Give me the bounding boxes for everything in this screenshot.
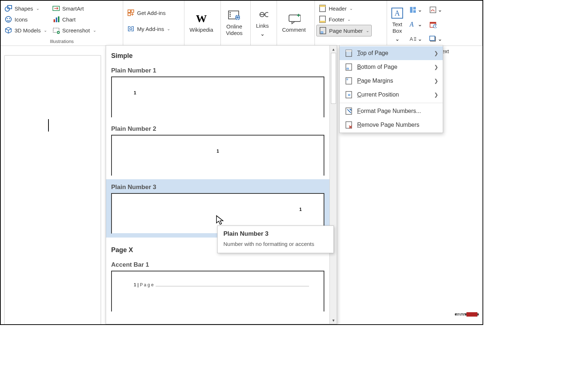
- scroll-down-button[interactable]: ▼: [330, 317, 337, 324]
- footer-button[interactable]: Footer ⌄: [316, 14, 372, 25]
- tooltip-body: Number with no formatting or accents: [223, 240, 328, 248]
- page-margins-icon: #: [345, 77, 353, 85]
- shapes-label: Shapes: [15, 5, 33, 12]
- svg-text:#: #: [347, 78, 348, 80]
- footer-label: Footer: [329, 16, 344, 23]
- icons-icon: [4, 15, 12, 23]
- tooltip-title: Plain Number 3: [223, 230, 328, 238]
- online-videos-button[interactable]: Online Videos: [222, 1, 246, 43]
- wikipedia-button[interactable]: W Wikipedia: [186, 1, 217, 43]
- get-addins-button[interactable]: Get Add-ins: [125, 7, 172, 18]
- svg-point-3: [7, 18, 8, 19]
- chevron-down-icon: ⌄: [44, 28, 47, 33]
- svg-rect-8: [58, 16, 59, 22]
- object-icon: [429, 35, 437, 43]
- menu-remove-page-numbers[interactable]: Remove Page Numbers: [340, 118, 443, 132]
- chevron-down-icon: ⌄: [438, 36, 442, 42]
- gallery-item-title: Plain Number 2: [106, 121, 329, 135]
- chevron-down-icon: ⌄: [93, 28, 96, 33]
- screenshot-button[interactable]: Screenshot ⌄: [50, 25, 98, 36]
- svg-rect-32: [413, 7, 416, 9]
- chevron-down-icon: ⌄: [347, 17, 351, 22]
- my-addins-icon: [127, 25, 135, 33]
- page-number-menu: TTop of Pageop of Page ❯ # Bottom of Pag…: [339, 45, 443, 133]
- icons-label: Icons: [15, 16, 28, 23]
- links-button[interactable]: Links ⌄: [252, 1, 273, 43]
- signature-icon: [429, 6, 437, 14]
- my-addins-label: My Add-ins: [137, 26, 164, 32]
- menu-format-page-numbers[interactable]: Format Page Numbers...: [340, 104, 443, 118]
- video-icon: [228, 9, 241, 22]
- tooltip: Plain Number 3 Number with no formatting…: [217, 226, 334, 253]
- wikipedia-label: Wikipedia: [190, 27, 213, 33]
- svg-rect-31: [410, 7, 413, 13]
- gallery-item-title: Plain Number 1: [106, 63, 329, 77]
- svg-rect-6: [54, 19, 55, 22]
- header-icon: [319, 4, 327, 12]
- svg-rect-43: [346, 50, 352, 52]
- header-button[interactable]: Header ⌄: [316, 3, 372, 14]
- gallery-scrollbar[interactable]: ▲ ▼: [329, 46, 337, 324]
- chart-icon: [52, 15, 60, 23]
- scroll-thumb[interactable]: [331, 53, 336, 104]
- dropcap-icon: A: [409, 35, 417, 43]
- document-page[interactable]: [4, 55, 101, 325]
- links-label: Links: [256, 23, 269, 29]
- text-cursor: [48, 119, 49, 132]
- smartart-icon: [52, 4, 60, 12]
- addins-store-icon: [127, 9, 135, 17]
- my-addins-button[interactable]: My Add-ins ⌄: [125, 23, 172, 34]
- current-position-icon: #: [345, 91, 353, 99]
- menu-top-of-page[interactable]: TTop of Pageop of Page ❯: [340, 46, 443, 60]
- menu-page-margins[interactable]: # Page Margins ❯: [340, 74, 443, 88]
- dropcap-button[interactable]: A⌄: [407, 32, 424, 46]
- chevron-down-icon: ⌄: [260, 31, 265, 37]
- chart-button[interactable]: Chart: [50, 14, 98, 25]
- svg-point-14: [130, 28, 132, 30]
- chevron-down-icon: ⌄: [418, 21, 422, 28]
- submenu-arrow-icon: ❯: [434, 50, 438, 56]
- icons-button[interactable]: Icons: [2, 14, 49, 25]
- watermark-badge: php: [455, 313, 479, 315]
- submenu-arrow-icon: ❯: [434, 64, 438, 70]
- get-addins-label: Get Add-ins: [137, 10, 165, 16]
- shapes-icon: [4, 4, 12, 12]
- svg-rect-7: [56, 17, 57, 22]
- gallery-item-title: Accent Bar 1: [106, 257, 329, 271]
- shapes-button[interactable]: Shapes ⌄: [2, 3, 49, 14]
- text-box-button[interactable]: A Text Box ⌄: [388, 1, 406, 47]
- submenu-arrow-icon: ❯: [434, 78, 438, 84]
- svg-text:#: #: [349, 94, 350, 96]
- comment-label: Comment: [282, 27, 306, 33]
- object-button[interactable]: ⌄: [427, 32, 444, 46]
- svg-text:A: A: [410, 36, 413, 42]
- signature-button[interactable]: ⌄: [427, 3, 444, 17]
- svg-point-4: [9, 18, 10, 19]
- svg-rect-12: [131, 10, 134, 12]
- svg-text:#: #: [347, 68, 348, 70]
- svg-point-19: [235, 15, 240, 20]
- date-time-button[interactable]: [427, 17, 444, 31]
- comment-button[interactable]: Comment: [278, 1, 309, 43]
- menu-bottom-of-page[interactable]: # Bottom of Page ❯: [340, 60, 443, 74]
- svg-rect-17: [230, 14, 231, 15]
- menu-current-position[interactable]: # Current Position ❯: [340, 88, 443, 102]
- svg-rect-25: [320, 21, 325, 23]
- page-number-button[interactable]: # Page Number ⌄: [316, 25, 372, 36]
- chevron-down-icon: ⌄: [438, 7, 442, 13]
- online-videos-label: Online Videos: [226, 23, 243, 36]
- submenu-arrow-icon: ❯: [434, 92, 438, 98]
- page-number-label: Page Number: [329, 28, 363, 34]
- svg-rect-18: [230, 16, 231, 17]
- gallery-item-plain1[interactable]: 1: [106, 77, 329, 121]
- wordart-button[interactable]: A⌄: [407, 17, 424, 31]
- 3dmodels-button[interactable]: 3D Models ⌄: [2, 25, 49, 36]
- wordart-icon: A: [409, 20, 417, 28]
- footer-icon: [319, 15, 327, 23]
- chevron-down-icon: ⌄: [418, 36, 422, 42]
- scroll-up-button[interactable]: ▲: [330, 46, 337, 53]
- smartart-button[interactable]: SmartArt: [50, 3, 98, 14]
- gallery-item-plain2[interactable]: 1: [106, 135, 329, 179]
- gallery-item-accent1[interactable]: 1 | P a g e: [106, 271, 329, 315]
- quick-parts-button[interactable]: ⌄: [407, 3, 424, 17]
